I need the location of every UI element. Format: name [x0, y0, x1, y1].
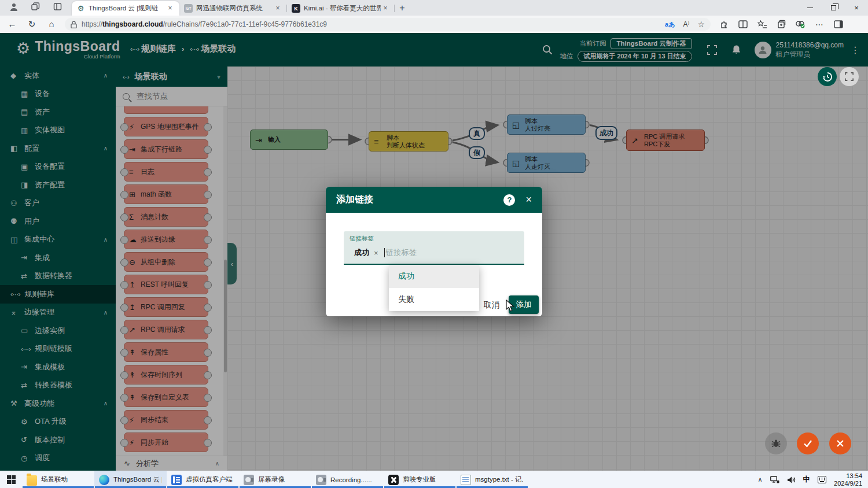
tray-time: 13:54: [834, 472, 862, 480]
history-button[interactable]: [818, 67, 837, 86]
tab-close-icon[interactable]: ×: [381, 4, 390, 13]
lock-icon: [71, 21, 77, 28]
browser-tab[interactable]: ⚙ ThingsBoard 云 |规则链 ×: [72, 1, 179, 16]
close-window-button[interactable]: ×: [845, 0, 868, 16]
field-label: 链接标签: [350, 235, 374, 243]
touch-keyboard-icon[interactable]: [818, 476, 826, 483]
more-menu-icon[interactable]: ⋯: [814, 19, 825, 29]
extensions-icon[interactable]: [719, 19, 729, 29]
volume-icon[interactable]: [787, 476, 796, 484]
taskbar-item[interactable]: Recording......: [311, 471, 384, 488]
tab-title: Kimi.ai - 帮你看更大的世界: [304, 4, 381, 13]
taskbar-item-label: 虚拟仿真客户端 (...: [186, 475, 234, 484]
link-label-field[interactable]: 链接标签 成功 × 链接标签: [344, 231, 524, 265]
discard-changes-button[interactable]: [829, 432, 851, 454]
apply-changes-button[interactable]: [797, 432, 819, 454]
browser-tab-strip: ⚙ ThingsBoard 云 |规则链 × IoT 网迅通物联网仿真系统 × …: [0, 0, 868, 16]
windows-logo-icon: [7, 475, 16, 484]
browser-nav-bar: ← ↻ ⌂ https://thingsboard.cloud/ruleChai…: [0, 16, 868, 33]
restore-button[interactable]: [822, 0, 845, 16]
taskbar-app-icon: [316, 475, 326, 485]
dialog-title: 添加链接: [336, 194, 503, 206]
tab-close-icon[interactable]: ×: [165, 4, 175, 13]
refresh-icon[interactable]: ↻: [24, 17, 39, 32]
browser-essentials-icon[interactable]: [795, 19, 806, 29]
chip-remove-icon[interactable]: ×: [374, 249, 378, 257]
browser-left-icons: [0, 2, 72, 16]
taskbar-item[interactable]: msgtype.txt - 记...: [456, 471, 528, 488]
window-controls: ×: [799, 0, 868, 16]
tab-favicon: IoT: [184, 4, 193, 13]
tab-favicon: K: [292, 4, 300, 13]
tab-title: ThingsBoard 云 |规则链: [89, 4, 165, 13]
address-bar[interactable]: https://thingsboard.cloud/ruleChains/f7e…: [65, 18, 711, 31]
debug-mode-button[interactable]: [765, 432, 787, 454]
favorite-star-icon[interactable]: ☆: [697, 20, 705, 29]
taskbar-item-label: 场景联动: [41, 475, 68, 484]
back-icon[interactable]: ←: [5, 17, 20, 32]
taskbar-app-icon: [171, 475, 182, 485]
read-aloud-icon[interactable]: A⁾: [683, 20, 689, 28]
split-screen-icon[interactable]: [738, 19, 748, 29]
taskbar-app-icon: [244, 475, 254, 485]
tab-actions-icon[interactable]: [53, 2, 64, 13]
tray-date: 2024/9/21: [834, 480, 862, 487]
cancel-button[interactable]: 取消: [484, 300, 499, 310]
taskbar-item[interactable]: 场景联动: [22, 471, 94, 488]
tab-favicon: ⚙: [76, 4, 85, 13]
text-caret: [384, 248, 385, 257]
system-tray: ∧ 中 13:54 2024/9/21: [758, 471, 868, 488]
browser-tab[interactable]: K Kimi.ai - 帮你看更大的世界 ×: [287, 1, 395, 16]
browser-tab[interactable]: IoT 网迅通物联网仿真系统 ×: [179, 1, 287, 16]
profile-icon[interactable]: [9, 2, 20, 13]
taskbar: 场景联动 ThingsBoard 云 |... 虚拟仿真客户端 (... 屏幕录…: [0, 471, 868, 488]
minimize-button[interactable]: [799, 0, 822, 16]
taskbar-item[interactable]: 屏幕录像: [239, 471, 311, 488]
add-link-dialog: 添加链接 ? × 链接标签 成功 × 链接标签 成功 失败 取消 添加: [326, 187, 542, 316]
dialog-header: 添加链接 ? ×: [326, 187, 542, 213]
hidden-icons-chevron[interactable]: ∧: [758, 476, 763, 483]
url-text: https://thingsboard.cloud/ruleChains/f7e…: [82, 20, 665, 28]
taskbar-item-label: ThingsBoard 云 |...: [113, 475, 162, 484]
link-label-dropdown: 成功 失败: [389, 265, 479, 311]
mouse-cursor: [506, 300, 515, 312]
network-icon[interactable]: [770, 476, 779, 484]
taskbar-item[interactable]: 剪映专业版: [384, 471, 456, 488]
tabs: ⚙ ThingsBoard 云 |规则链 × IoT 网迅通物联网仿真系统 × …: [72, 0, 395, 16]
new-tab-button[interactable]: +: [395, 1, 410, 16]
taskbar-item-label: Recording......: [330, 476, 372, 483]
ime-language-indicator[interactable]: 中: [803, 475, 811, 485]
help-icon[interactable]: ?: [503, 194, 515, 206]
collections-icon[interactable]: [776, 19, 786, 29]
close-icon[interactable]: ×: [525, 194, 532, 206]
browser-toolbar-icons: ⋯: [719, 19, 844, 29]
screen: { "icons": { "close": "×", "new_tab": "+…: [0, 0, 868, 488]
taskbar-item[interactable]: ThingsBoard 云 |...: [94, 471, 167, 488]
taskbar-item-label: 屏幕录像: [258, 475, 285, 484]
tab-close-icon[interactable]: ×: [273, 4, 282, 13]
tab-title: 网迅通物联网仿真系统: [196, 4, 273, 13]
taskbar-item[interactable]: 虚拟仿真客户端 (...: [167, 471, 239, 488]
dropdown-option[interactable]: 失败: [389, 288, 479, 311]
sidebar-toggle-icon[interactable]: [833, 19, 844, 29]
translate-icon[interactable]: aあ: [665, 20, 675, 29]
taskbar-app-icon: [461, 475, 471, 485]
start-button[interactable]: [0, 471, 22, 488]
link-label-chip[interactable]: 成功: [354, 247, 369, 258]
workspaces-icon[interactable]: [31, 2, 42, 13]
field-placeholder: 链接标签: [386, 247, 417, 258]
favorites-bar-icon[interactable]: [757, 19, 767, 29]
canvas-fullscreen-button[interactable]: [840, 67, 859, 86]
taskbar-app-icon: [388, 475, 399, 485]
dropdown-option[interactable]: 成功: [389, 265, 479, 288]
taskbar-app-icon: [99, 475, 109, 485]
home-icon[interactable]: ⌂: [44, 17, 59, 32]
taskbar-item-label: msgtype.txt - 记...: [475, 475, 524, 484]
tray-clock[interactable]: 13:54 2024/9/21: [834, 472, 862, 487]
taskbar-item-label: 剪映专业版: [403, 475, 436, 484]
taskbar-app-icon: [27, 475, 37, 486]
